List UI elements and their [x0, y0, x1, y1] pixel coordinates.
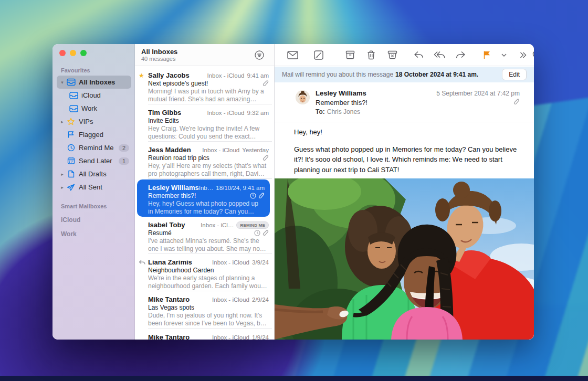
message-preview: Hey, hey! Guess what photo popped up in …	[148, 200, 265, 216]
reply-icon[interactable]	[408, 47, 429, 63]
reminder-datetime: 18 October 2024 at 9:41 am.	[395, 71, 478, 78]
sender-name: Mike Tantaro	[148, 295, 190, 303]
sidebar-item-label: iCloud	[81, 91, 101, 99]
sidebar-section-favourites: Favourites	[57, 64, 131, 76]
photo-three-friends-selfie	[275, 178, 534, 340]
archive-icon[interactable]	[340, 47, 361, 63]
sender-name: Lesley Williams	[148, 184, 199, 192]
sidebar-item-send-later[interactable]: Send Later 1	[57, 154, 131, 167]
junk-icon[interactable]	[382, 47, 403, 63]
message-row-tim-gibbs[interactable]: Tim Gibbs Inbox - iCloud9:32 am Invite E…	[135, 104, 274, 142]
message-subject: Neighbourhood Garden	[148, 267, 214, 274]
sender-name: Sally Jacobs	[148, 71, 190, 79]
message-row-mike-tantaro-1[interactable]: Mike Tantaro Inbox - iCloud2/9/24 Las Ve…	[135, 291, 274, 329]
message-subject: Invite Edits	[148, 117, 179, 124]
body-paragraph: Guess what photo popped up in Memories f…	[294, 144, 518, 175]
message-subject: Resumé	[148, 229, 172, 237]
message-time: 1/9/24	[252, 334, 269, 340]
email-photo-attachment[interactable]	[275, 178, 534, 340]
chevron-down-icon[interactable]: ▾	[59, 80, 66, 85]
sidebar-item-label: All Sent	[79, 183, 102, 191]
send-later-count-badge: 1	[119, 157, 129, 165]
star-icon: ★	[139, 72, 147, 79]
replied-arrow-icon	[139, 260, 147, 266]
sidebar-item-vips[interactable]: ▸ VIPs	[57, 115, 131, 128]
sidebar-item-label: Remind Me	[79, 144, 113, 152]
sidebar-account-icloud[interactable]: iCloud	[57, 211, 131, 226]
chevron-right-icon[interactable]: ▸	[59, 119, 66, 124]
mailbox-title: All Inboxes	[141, 48, 177, 56]
message-row-lesley-williams-selected[interactable]: Lesley Williams Inb…18/10/24, 9:41 am Re…	[137, 179, 270, 217]
mailbox-label: Inbox - iCl…	[201, 222, 234, 228]
wallpaper-bottom-strip	[0, 376, 588, 381]
recipient-line: To:Chris Jones	[316, 108, 360, 115]
message-subject: Las Vegas spots	[148, 304, 194, 311]
sidebar-section-smart-mailboxes[interactable]: Smart Mailboxes	[57, 200, 131, 211]
minimize-window-button[interactable]	[70, 50, 76, 56]
close-window-button[interactable]	[59, 50, 66, 56]
flag-icon	[66, 131, 76, 139]
mail-toolbar	[275, 44, 534, 66]
reminder-text: Mail will remind you about this message	[282, 71, 393, 78]
mailbox-label: Inbox - iCloud	[212, 297, 249, 303]
chevron-right-icon[interactable]: ▸	[59, 172, 66, 177]
sidebar-item-icloud-inbox[interactable]: iCloud	[57, 89, 131, 102]
clock-icon	[66, 144, 76, 152]
sidebar-item-flagged[interactable]: Flagged	[57, 128, 131, 141]
calendar-icon	[66, 157, 76, 165]
paperclip-icon	[262, 230, 269, 237]
message-row-sally-jacobs[interactable]: ★ Sally Jacobs Inbox - iCloud9:41 am Nex…	[135, 67, 274, 104]
message-row-isabel-toby[interactable]: Isabel Toby Inbox - iCl…REMIND ME Resumé…	[135, 217, 274, 254]
mailbox-label: Inbox - iCloud	[207, 72, 244, 79]
message-preview: Hey Craig. We're loving the invite! A fe…	[148, 125, 269, 141]
flag-icon[interactable]	[476, 47, 497, 63]
more-toolbar-items-icon[interactable]	[516, 47, 530, 63]
remind-me-badge: REMIND ME	[236, 221, 269, 229]
message-preview: We're in the early stages of planning a …	[148, 274, 269, 290]
paperclip-icon	[262, 155, 269, 162]
reading-pane: Mail will remind you about this message …	[275, 44, 534, 340]
search-icon[interactable]	[530, 47, 534, 63]
compose-icon[interactable]	[308, 47, 329, 63]
mail-window: Favourites ▾ All Inboxes iCloud Work	[52, 44, 534, 340]
all-inboxes-icon	[66, 78, 76, 86]
sidebar-item-remind-me[interactable]: Remind Me 2	[57, 141, 131, 154]
sidebar-item-all-inboxes[interactable]: ▾ All Inboxes	[57, 76, 131, 89]
trash-icon[interactable]	[361, 47, 382, 63]
message-time: 9:41 am	[247, 72, 269, 79]
message-row-jess-madden[interactable]: Jess Madden Inbox - iCloudYesterday Reun…	[135, 142, 274, 179]
get-mail-envelope-icon[interactable]	[282, 47, 303, 63]
edit-reminder-button[interactable]: Edit	[502, 69, 527, 80]
to-label: To:	[316, 108, 325, 115]
message-subject: Next episode's guest!	[148, 80, 208, 87]
zoom-window-button[interactable]	[80, 50, 87, 56]
sender-name: Jess Madden	[148, 146, 191, 154]
message-count: 40 messages	[141, 56, 175, 62]
sidebar-item-all-drafts[interactable]: ▸ All Drafts	[57, 167, 131, 181]
flag-chevron-down-icon[interactable]	[497, 47, 511, 63]
mailbox-label: Inbox - iCloud	[207, 110, 244, 116]
chevron-right-icon[interactable]: ▸	[59, 185, 66, 190]
sidebar-account-work[interactable]: Work	[57, 226, 131, 240]
message-row-liana-zarimis[interactable]: Liana Zarimis Inbox - iCloud3/9/24 Neigh…	[135, 254, 274, 291]
sender-name: Tim Gibbs	[148, 109, 181, 117]
sender-name: Mike Tantaro	[148, 333, 190, 340]
document-icon	[66, 170, 76, 178]
mailbox-label: Inbox - iCloud	[202, 147, 239, 153]
message-preview: Dude, I'm so jealous of you right now. I…	[148, 312, 269, 327]
forward-icon[interactable]	[450, 47, 471, 63]
inbox-tray-icon	[68, 105, 79, 112]
filter-icon[interactable]	[254, 50, 265, 60]
message-row-mike-tantaro-2[interactable]: Mike Tantaro Inbox - iCloud1/9/24	[135, 329, 274, 340]
recipient-name[interactable]: Chris Jones	[327, 108, 360, 115]
reply-all-icon[interactable]	[429, 47, 450, 63]
sender-avatar[interactable]	[296, 90, 310, 104]
sender-name: Isabel Toby	[148, 221, 185, 229]
sidebar-item-label: All Drafts	[79, 170, 107, 178]
message-subject: Reunion road trip pics	[148, 154, 209, 162]
sender-name: Liana Zarimis	[148, 258, 192, 266]
paperclip-icon	[258, 193, 265, 199]
sidebar-item-work-inbox[interactable]: Work	[57, 102, 131, 115]
sidebar-item-all-sent[interactable]: ▸ All Sent	[57, 181, 131, 194]
message-subject-line: Remember this?!	[316, 99, 368, 107]
